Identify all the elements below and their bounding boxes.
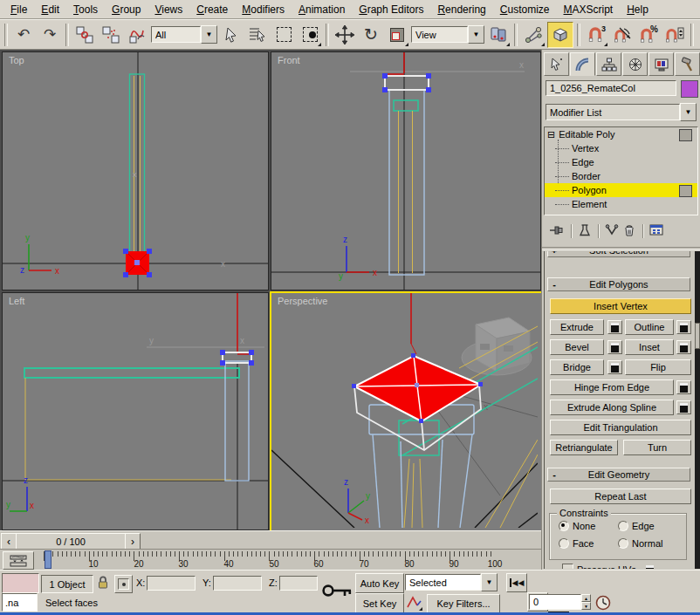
menu-group[interactable]: Group	[105, 2, 148, 17]
preserve-uvs-settings-icon[interactable]	[646, 565, 654, 569]
outline-settings-button[interactable]	[676, 320, 691, 334]
go-to-start-button[interactable]: ◀◀	[506, 573, 527, 592]
rollout-soft-selection-header[interactable]: + Soft Selection	[547, 251, 690, 257]
extrude-settings-button[interactable]	[607, 320, 622, 334]
select-and-move-icon[interactable]	[333, 23, 357, 47]
absolute-offset-toggle[interactable]	[114, 575, 133, 593]
viewport-front[interactable]: x z x y	[271, 51, 541, 290]
time-slider-handle[interactable]	[45, 550, 51, 569]
menu-help[interactable]: Help	[620, 2, 655, 17]
turn-button[interactable]: Turn	[623, 440, 691, 455]
menu-graph-editors[interactable]: Graph Editors	[352, 2, 430, 17]
tab-modify[interactable]	[570, 52, 595, 76]
menu-tools[interactable]: Tools	[66, 2, 105, 17]
mini-listener-input[interactable]: .na	[2, 593, 38, 612]
pin-stack-icon[interactable]	[549, 223, 565, 239]
ghost-helper-object[interactable]	[462, 318, 532, 375]
object-name-field[interactable]: 1_0256_RemateCol	[546, 80, 676, 96]
rollout-edit-polygons-header[interactable]: - Edit Polygons	[547, 277, 690, 291]
beam-wireframe[interactable]	[24, 368, 239, 378]
edit-triangulation-button[interactable]: Edit Triangulation	[550, 420, 691, 435]
key-mode-combo[interactable]: Selected ▼	[405, 573, 498, 591]
chevron-down-icon[interactable]: ▼	[201, 25, 217, 44]
column-wireframe[interactable]	[389, 90, 424, 275]
stack-row-vertex[interactable]: Vertex	[545, 141, 697, 155]
x-coordinate-input[interactable]	[147, 576, 196, 591]
previous-frame-arrow[interactable]: ‹	[1, 533, 17, 550]
selected-edges[interactable]	[385, 76, 429, 90]
chevron-down-icon[interactable]: ▼	[468, 25, 484, 44]
viewport-left-label[interactable]: Left	[9, 296, 24, 306]
rollout-edit-geometry-header[interactable]: - Edit Geometry	[547, 468, 690, 482]
extrude-along-spline-settings-button[interactable]	[676, 400, 691, 414]
spinner-snap-toggle-icon[interactable]	[662, 23, 687, 47]
object-color-swatch[interactable]	[681, 80, 698, 98]
viewport-left[interactable]: y x z y x	[2, 292, 269, 530]
bridge-settings-button[interactable]	[607, 360, 622, 374]
viewport-front-label[interactable]: Front	[278, 55, 300, 65]
viewport-top[interactable]: x x y x z	[2, 51, 269, 290]
tab-hierarchy[interactable]	[596, 52, 621, 76]
panel-scrollbar[interactable]	[695, 251, 700, 569]
stack-row-polygon-selected[interactable]: Polygon	[545, 183, 697, 197]
menu-customize[interactable]: Customize	[493, 2, 557, 17]
constraint-normal-radio[interactable]: Normal	[618, 538, 662, 549]
bind-to-space-warp-icon[interactable]	[125, 23, 149, 47]
constraint-none-radio[interactable]: None	[559, 521, 595, 531]
tab-display[interactable]	[649, 52, 674, 76]
menu-edit[interactable]: Edit	[34, 2, 66, 17]
y-coordinate-input[interactable]	[213, 576, 262, 591]
bevel-button[interactable]: Bevel	[550, 339, 604, 355]
constraint-edge-radio[interactable]: Edge	[618, 521, 655, 531]
undo-icon[interactable]: ↶	[11, 23, 36, 47]
scrollbar-thumb[interactable]	[695, 323, 700, 349]
hinge-settings-button[interactable]	[676, 380, 691, 394]
snaps-toggle-3d-icon[interactable]: 3	[584, 23, 608, 47]
time-configuration-icon[interactable]	[594, 594, 612, 613]
select-and-rotate-icon[interactable]: ↻	[359, 23, 383, 47]
z-coordinate-input[interactable]	[279, 576, 318, 591]
open-mini-curve-editor-button[interactable]	[3, 551, 34, 570]
bridge-button[interactable]: Bridge	[550, 359, 604, 375]
beam-wireframe[interactable]	[130, 74, 145, 254]
menu-maxscript[interactable]: MAXScript	[557, 2, 621, 17]
gold-wireframe[interactable]	[25, 378, 231, 480]
hinge-from-edge-button[interactable]: Hinge From Edge	[550, 379, 674, 395]
tab-create[interactable]	[544, 52, 569, 76]
configure-modifier-sets-icon[interactable]	[649, 223, 665, 239]
spinner-up-icon[interactable]: ▲	[581, 594, 591, 602]
viewport-top-canvas[interactable]: x x y x z	[3, 52, 268, 290]
bevel-settings-button[interactable]	[607, 340, 622, 354]
current-frame-field[interactable]: 0	[529, 594, 581, 610]
track-bar[interactable]: 0 10 20 30 40 50 60 70 80 90 100	[0, 549, 541, 570]
menu-animation[interactable]: Animation	[292, 2, 352, 17]
beam-wireframe[interactable]	[394, 100, 418, 111]
tab-utilities[interactable]	[675, 52, 700, 76]
chevron-down-icon[interactable]: ▼	[680, 103, 697, 121]
viewport-perspective[interactable]: x	[270, 291, 543, 533]
percent-snap-toggle-icon[interactable]: %	[636, 23, 661, 47]
inset-settings-button[interactable]	[676, 340, 691, 354]
selection-lock-icon[interactable]	[96, 575, 110, 592]
menu-modifiers[interactable]: Modifiers	[235, 2, 292, 17]
insert-vertex-button[interactable]: Insert Vertex	[550, 298, 691, 314]
chevron-down-icon[interactable]: ▼	[481, 573, 498, 591]
default-in-out-tangents-icon[interactable]	[406, 594, 423, 612]
key-filters-button[interactable]: Key Filters...	[427, 594, 500, 613]
inset-button[interactable]: Inset	[625, 339, 674, 355]
select-and-link-icon[interactable]	[72, 23, 97, 47]
viewport-perspective-canvas[interactable]: x	[271, 293, 538, 528]
use-pivot-point-center-icon[interactable]	[486, 23, 511, 47]
menu-rendering[interactable]: Rendering	[430, 2, 492, 17]
auto-key-button[interactable]: Auto Key	[355, 573, 404, 593]
modifier-list-combo[interactable]: Modifier List ▼	[546, 103, 697, 121]
constraint-face-radio[interactable]: Face	[559, 538, 594, 549]
select-object-icon[interactable]	[219, 23, 244, 47]
outline-button[interactable]: Outline	[625, 319, 674, 335]
mini-listener-macro-line[interactable]	[2, 573, 39, 593]
remove-modifier-icon[interactable]	[622, 223, 636, 239]
flip-button[interactable]: Flip	[625, 359, 691, 375]
frame-spinner[interactable]: ▲ ▼	[581, 594, 591, 610]
set-key-button[interactable]: Set Key	[355, 593, 404, 613]
show-end-result-icon[interactable]	[578, 223, 592, 239]
